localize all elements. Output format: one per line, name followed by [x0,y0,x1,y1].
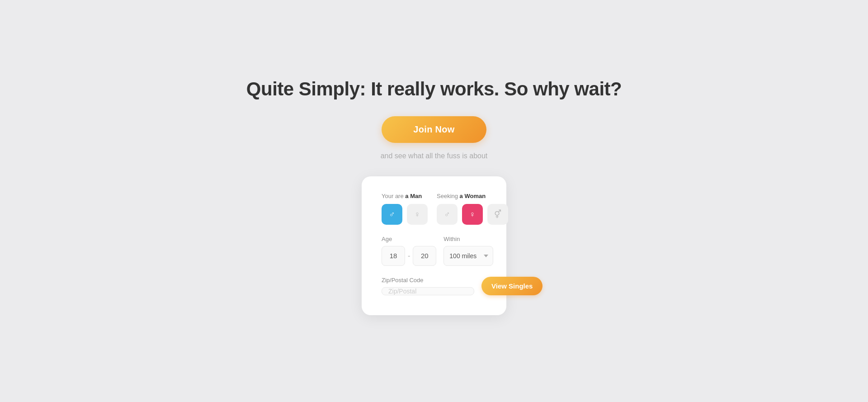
page-container: Quite Simply: It really works. So why wa… [0,60,868,342]
seeking-label: Seeking a Woman [437,193,486,199]
subtitle-text: and see what all the fuss is about [381,152,488,160]
within-label: Within [443,236,493,242]
age-group: Age - [382,236,436,266]
age-within-row: Age - Within 25 miles 50 miles 100 miles… [382,236,486,266]
zip-row: Zip/Postal Code View Singles [382,277,486,295]
age-max-input[interactable] [413,246,436,266]
seek-both-icon: ⚥ [494,210,501,218]
age-dash: - [408,252,410,260]
female-icon: ♀ [414,210,420,218]
seek-male-icon: ♂ [444,210,450,218]
zip-input[interactable] [382,287,474,295]
seeking-group: Seeking a Woman ♂ ♀ ⚥ [437,193,508,225]
join-now-button[interactable]: Join Now [382,116,486,143]
you-are-group: Your are a Man ♂ ♀ [382,193,428,225]
you-are-buttons: ♂ ♀ [382,204,428,225]
zip-group: Zip/Postal Code [382,277,474,295]
search-card: Your are a Man ♂ ♀ Seeking a Woman [362,176,506,315]
view-singles-button[interactable]: View Singles [481,277,542,295]
within-select[interactable]: 25 miles 50 miles 100 miles 200 miles 50… [443,246,493,266]
age-inputs: - [382,246,436,266]
age-label: Age [382,236,436,242]
seek-female-button[interactable]: ♀ [462,204,483,225]
you-are-label: Your are a Man [382,193,422,199]
age-min-input[interactable] [382,246,405,266]
male-icon: ♂ [389,210,395,218]
you-female-button[interactable]: ♀ [407,204,428,225]
within-group: Within 25 miles 50 miles 100 miles 200 m… [443,236,493,266]
seek-male-button[interactable]: ♂ [437,204,458,225]
gender-row: Your are a Man ♂ ♀ Seeking a Woman [382,193,486,225]
seek-female-icon: ♀ [469,210,476,218]
main-heading: Quite Simply: It really works. So why wa… [246,78,622,100]
zip-label: Zip/Postal Code [382,277,474,284]
seek-both-button[interactable]: ⚥ [487,204,508,225]
seeking-buttons: ♂ ♀ ⚥ [437,204,508,225]
you-male-button[interactable]: ♂ [382,204,402,225]
